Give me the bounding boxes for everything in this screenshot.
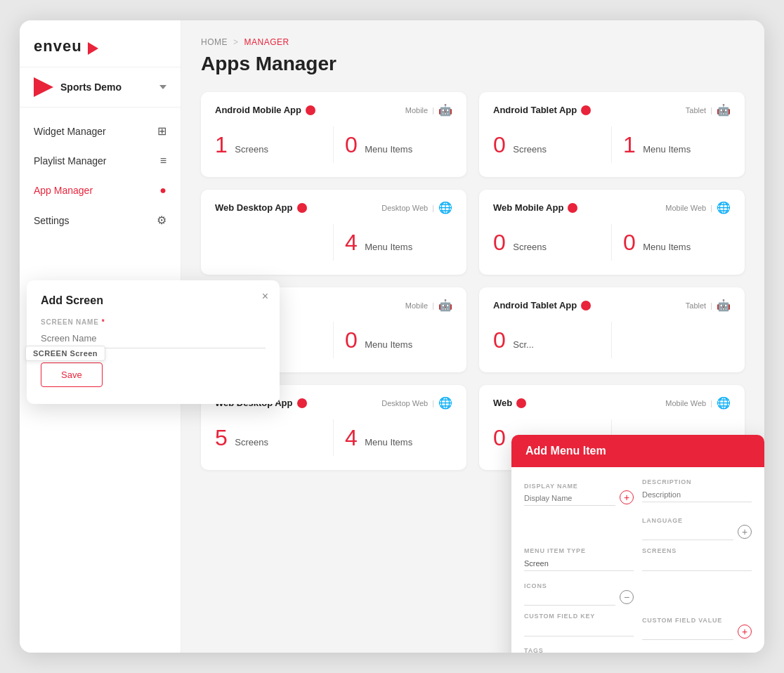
card-header: Android Tablet App Tablet | 🤖 xyxy=(493,103,731,117)
add-menu-header: Add Menu Item xyxy=(511,435,764,467)
sidebar-item-settings[interactable]: Settings ⚙ xyxy=(20,205,181,235)
screens-count: 1 xyxy=(215,133,228,156)
menu-item-type-select[interactable]: Screen xyxy=(524,556,634,571)
web-icon: 🌐 xyxy=(717,396,731,410)
menu-count: 4 xyxy=(345,231,358,254)
display-name-input[interactable] xyxy=(524,491,615,506)
web-icon: 🌐 xyxy=(717,201,731,214)
card-stats: 0 Screens 1 Menu Items xyxy=(493,126,731,163)
menu-row-1: DISPLAY NAME + DESCRIPTION xyxy=(524,478,752,506)
card-dot-icon xyxy=(568,203,577,213)
stat-screens xyxy=(215,224,334,261)
language-select[interactable] xyxy=(642,525,733,540)
menu-row-6: TAGS xyxy=(524,647,752,653)
logo-area: enveu xyxy=(20,20,181,67)
card-platform: Mobile Web | 🌐 xyxy=(665,201,731,214)
breadcrumb-current: MANAGER xyxy=(244,37,289,47)
card-dot-icon xyxy=(516,398,526,408)
card-dot-icon xyxy=(297,398,307,408)
card-dot-icon xyxy=(581,301,591,311)
stat-menu-items: 0 Menu Items xyxy=(612,224,731,261)
sidebar-item-app-manager[interactable]: App Manager ● xyxy=(20,176,181,205)
web-icon: 🌐 xyxy=(438,201,452,214)
custom-value-field: CUSTOM FIELD VALUE + xyxy=(642,613,752,640)
card-title: Web Mobile App xyxy=(493,202,563,213)
logo-text: enveu xyxy=(34,37,82,55)
language-add-btn[interactable]: + xyxy=(738,525,752,539)
breadcrumb-home[interactable]: HOME xyxy=(201,37,228,47)
description-input[interactable] xyxy=(642,488,752,502)
sidebar-item-widget-manager[interactable]: Widget Manager ⊞ xyxy=(20,116,181,146)
playlist-manager-label: Playlist Manager xyxy=(34,155,107,166)
icons-field: ICONS − xyxy=(524,578,634,606)
add-screen-close-button[interactable]: × xyxy=(262,290,268,303)
card-header: Web Mobile Web | 🌐 xyxy=(493,396,731,410)
card-header-android-mobile: Android Mobile App Mobile | 🤖 xyxy=(215,103,452,117)
menu-row-5: CUSTOM FIELD KEY CUSTOM FIELD VALUE + xyxy=(524,613,752,640)
screens-count: 0 xyxy=(493,426,506,449)
screens-count: 5 xyxy=(215,426,228,449)
card-header: Android Tablet App Tablet | 🤖 xyxy=(493,299,731,312)
card-title-row: Android Tablet App xyxy=(493,105,591,115)
app-card-android-tablet-2: Android Tablet App Tablet | 🤖 0 Scr... xyxy=(479,287,745,372)
screen-name-label: SCREEN NAME * xyxy=(41,318,266,326)
android-icon: 🤖 xyxy=(717,103,731,117)
app-manager-icon: ● xyxy=(159,184,166,197)
display-name-field: DISPLAY NAME + xyxy=(524,478,634,506)
card-title: Android Tablet App xyxy=(493,105,577,115)
stat-screens: 0 Scr... xyxy=(493,322,612,358)
icons-row: ICONS − xyxy=(524,578,634,606)
card-title-row: Android Mobile App xyxy=(215,105,315,115)
breadcrumb-separator: > xyxy=(233,37,239,47)
screen-label-badge: SCREEN Screen xyxy=(25,346,105,361)
screens-label: Screens xyxy=(513,144,547,155)
display-name-row: DISPLAY NAME + xyxy=(524,478,634,506)
add-screen-save-button[interactable]: Save xyxy=(41,362,103,387)
app-card-android-mobile: Android Mobile App Mobile | 🤖 1 Screens xyxy=(201,92,466,177)
screen-name-field: SCREEN NAME * xyxy=(41,318,266,348)
stat-screens: 5 Screens xyxy=(215,419,334,456)
tags-label: TAGS xyxy=(524,647,634,653)
card-stats: 1 Screens 0 Menu Items xyxy=(215,126,452,163)
custom-value-add-btn[interactable]: + xyxy=(738,625,752,639)
chevron-down-icon xyxy=(159,85,166,89)
stat-menu-items: 0 Menu Items xyxy=(334,126,452,163)
sidebar-item-playlist-manager[interactable]: Playlist Manager ≡ xyxy=(20,146,181,176)
screens-label: Scr... xyxy=(513,339,534,350)
custom-key-input[interactable] xyxy=(524,622,634,636)
card-platform: Desktop Web | 🌐 xyxy=(381,201,452,214)
screens-label: Screens xyxy=(235,437,268,447)
web-icon: 🌐 xyxy=(438,396,452,410)
card-title-row: Web xyxy=(493,398,526,408)
custom-value-row: CUSTOM FIELD VALUE + xyxy=(642,613,752,640)
add-menu-modal: Add Menu Item DISPLAY NAME + DESCRIPTION xyxy=(511,435,764,653)
icons-label: ICONS xyxy=(524,582,547,589)
icons-input[interactable] xyxy=(524,591,615,606)
android-icon: 🤖 xyxy=(438,299,452,312)
stat-menu-items: 1 Menu Items xyxy=(612,126,731,163)
stat-screens: 1 Screens xyxy=(215,126,334,163)
screens-label: Screens xyxy=(513,242,547,252)
screens-field: SCREENS xyxy=(642,547,752,571)
tags-field: TAGS xyxy=(524,647,634,653)
display-name-add-btn[interactable]: + xyxy=(620,490,634,504)
icons-add-btn[interactable]: − xyxy=(620,590,634,604)
card-dot-icon xyxy=(306,105,315,115)
custom-value-input[interactable] xyxy=(642,625,733,640)
logo-arrow-icon xyxy=(88,42,98,55)
card-title-row: Web Mobile App xyxy=(493,202,577,213)
android-icon: 🤖 xyxy=(438,103,452,117)
menu-count: 0 xyxy=(345,329,358,351)
screens-select[interactable] xyxy=(642,556,752,571)
app-card-android-tablet: Android Tablet App Tablet | 🤖 0 Screens xyxy=(479,92,745,177)
app-selector[interactable]: Sports Demo xyxy=(20,67,181,107)
stat-menu-items xyxy=(612,322,731,358)
card-title-row: Android Tablet App xyxy=(493,300,591,311)
settings-label: Settings xyxy=(34,215,70,226)
menu-label: Menu Items xyxy=(643,144,691,155)
card-title-row: Web Desktop App xyxy=(215,202,307,213)
menu-count: 4 xyxy=(345,426,358,449)
app-card-web-mobile: Web Mobile App Mobile Web | 🌐 0 Screens xyxy=(479,190,745,275)
menu-row-4: ICONS − xyxy=(524,578,752,606)
app-selector-icon xyxy=(34,77,53,97)
